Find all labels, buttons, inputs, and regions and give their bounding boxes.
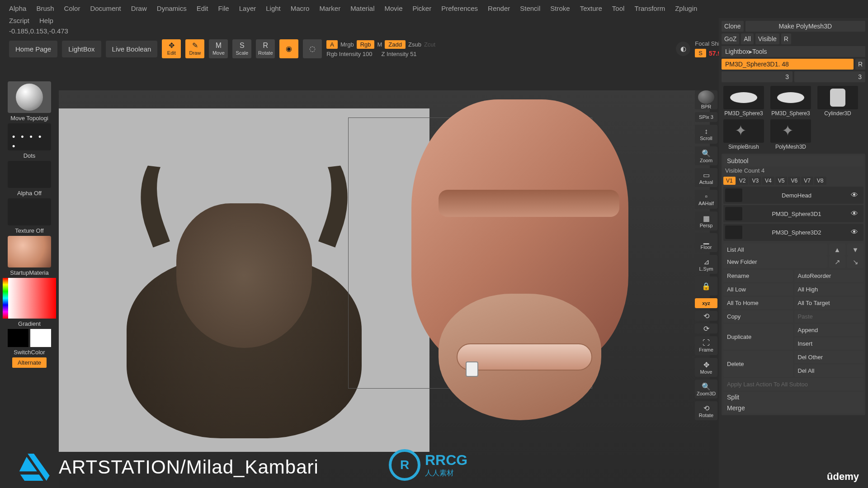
hue-strip[interactable] (3, 278, 8, 319)
menu-movie[interactable]: Movie (384, 5, 402, 12)
aahalf-button[interactable]: ▫AAHalf (695, 190, 717, 209)
paste-button[interactable]: Paste (794, 310, 864, 323)
move-down-folder-icon[interactable]: ↘ (847, 256, 863, 268)
local-symmetry-button[interactable]: ⊿L.Sym (695, 255, 717, 274)
tool-item[interactable]: PM3D_Sphere3 (722, 86, 766, 117)
brush-thumbnail[interactable] (8, 81, 51, 113)
alpha-thumbnail[interactable] (8, 161, 51, 188)
solo-button[interactable]: ⟳ (695, 324, 717, 333)
menu-macro[interactable]: Macro (291, 5, 310, 12)
menu-layer[interactable]: Layer (239, 5, 256, 12)
rotate-mode-button[interactable]: RRotate (256, 39, 275, 58)
new-folder-button[interactable]: New Folder (723, 256, 827, 268)
move3d-button[interactable]: ✥Move (695, 358, 717, 377)
floor-button[interactable]: ▁Floor (695, 233, 717, 252)
menu-picker[interactable]: Picker (413, 5, 432, 12)
v7-chip[interactable]: V7 (801, 177, 813, 185)
rotate3d-button[interactable]: ⟲Rotate (695, 401, 717, 420)
stroke-thumbnail[interactable] (8, 123, 51, 150)
eye-icon[interactable]: 👁 (851, 228, 862, 236)
goz-r-button[interactable]: R (781, 33, 791, 44)
menu-marker[interactable]: Marker (319, 5, 340, 12)
v6-chip[interactable]: V6 (788, 177, 800, 185)
zoom3d-button[interactable]: 🔍Zoom3D (695, 380, 717, 399)
tool-item[interactable]: ✦PolyMesh3D (769, 119, 813, 150)
subtool-row[interactable]: DemoHead 👁 (723, 187, 863, 204)
all-low-button[interactable]: All Low (723, 283, 793, 296)
edit-mode-button[interactable]: ✥Edit (162, 39, 181, 58)
lightbox-tools-header[interactable]: Lightbox▸Tools (722, 46, 865, 57)
menu-alpha[interactable]: Alpha (9, 5, 26, 12)
del-all-button[interactable]: Del All (794, 365, 864, 377)
menu-light[interactable]: Light (266, 5, 281, 12)
v5-chip[interactable]: V5 (775, 177, 788, 185)
secondary-color-swatch[interactable] (8, 329, 28, 347)
scale-mode-button[interactable]: SScale (232, 39, 251, 58)
switch-color-button[interactable]: SwitchColor (14, 349, 45, 356)
m-toggle[interactable]: M (377, 41, 382, 48)
lightbox-button[interactable]: LightBox (62, 41, 101, 57)
focal-shift-dial[interactable]: ◐ (676, 42, 690, 56)
persp-button[interactable]: ▦Persp (695, 211, 717, 230)
home-page-button[interactable]: Home Page (9, 41, 57, 57)
del-other-button[interactable]: Del Other (794, 351, 864, 363)
duplicate-button[interactable]: Duplicate (723, 324, 793, 350)
apply-last-action-button[interactable]: Apply Last Action To All Subtoo (723, 378, 863, 390)
v2-chip[interactable]: V2 (736, 177, 749, 185)
delete-button[interactable]: Delete (723, 351, 793, 377)
menu-tool[interactable]: Tool (612, 5, 625, 12)
append-button[interactable]: Append (794, 324, 864, 336)
subtool-header[interactable]: Subtool (723, 155, 863, 166)
all-high-button[interactable]: All High (794, 283, 864, 296)
eye-icon[interactable]: 👁 (851, 210, 862, 218)
zadd-toggle[interactable]: Zadd (385, 40, 406, 49)
zoom-button[interactable]: 🔍Zoom (695, 146, 717, 165)
frame-button[interactable]: ⛶Frame (695, 336, 717, 355)
menu-document[interactable]: Document (90, 5, 121, 12)
gradient-label[interactable]: Gradient (18, 320, 41, 327)
v3-chip[interactable]: V3 (749, 177, 761, 185)
xpose-button[interactable]: ⟲ (695, 311, 717, 321)
insert-button[interactable]: Insert (794, 338, 864, 350)
menu-material[interactable]: Material (350, 5, 374, 12)
active-tool-field[interactable]: PM3D_Sphere3D1. 48 (722, 59, 854, 70)
color-picker[interactable] (8, 278, 56, 319)
sculptris-button[interactable]: ◌ (303, 39, 322, 58)
menu-zscript[interactable]: Zscript (9, 17, 29, 24)
menu-transform[interactable]: Transform (634, 5, 665, 12)
xyz-toggle[interactable]: xyz (695, 298, 717, 308)
zcut-toggle[interactable]: Zcut (424, 41, 435, 48)
split-header[interactable]: Split (723, 392, 863, 403)
tool-item[interactable]: PM3D_Sphere3 (769, 86, 813, 117)
a-toggle[interactable]: A (326, 40, 338, 49)
menu-render[interactable]: Render (488, 5, 510, 12)
tool-r-button[interactable]: R (855, 59, 865, 70)
arrow-down-icon[interactable]: ▼ (847, 244, 863, 256)
rgb-toggle[interactable]: Rgb (357, 40, 375, 49)
primary-color-swatch[interactable] (30, 329, 51, 347)
menu-help[interactable]: Help (39, 17, 53, 24)
arrow-up-icon[interactable]: ▲ (829, 244, 845, 256)
menu-stroke[interactable]: Stroke (550, 5, 570, 12)
menu-preferences[interactable]: Preferences (441, 5, 478, 12)
v1-chip[interactable]: V1 (723, 177, 736, 185)
menu-color[interactable]: Color (64, 5, 80, 12)
auto-reorder-button[interactable]: AutoReorder (794, 270, 864, 282)
material-thumbnail[interactable] (8, 236, 51, 267)
sculpt-mesh[interactable] (375, 99, 656, 452)
live-boolean-button[interactable]: Live Boolean (106, 41, 158, 57)
subtool-row[interactable]: PM3D_Sphere3D1 👁 (723, 205, 863, 222)
tool-item[interactable]: ✦SimpleBrush (722, 119, 766, 150)
move-mode-button[interactable]: MMove (209, 39, 228, 58)
menu-texture[interactable]: Texture (580, 5, 602, 12)
tool-item[interactable]: Cylinder3D (816, 86, 860, 117)
scroll-button[interactable]: ↕Scroll (695, 125, 717, 144)
spix-button[interactable]: SPix 3 (695, 112, 717, 122)
alternate-button[interactable]: Alternate (12, 357, 47, 368)
s-toggle[interactable]: S (695, 49, 706, 57)
bpr-render-button[interactable]: BPR (695, 90, 717, 109)
all-to-home-button[interactable]: All To Home (723, 297, 793, 309)
z-intensity-label[interactable]: Z Intensity 51 (382, 51, 417, 57)
menu-stencil[interactable]: Stencil (520, 5, 540, 12)
lock-button[interactable]: 🔒 (695, 277, 717, 296)
